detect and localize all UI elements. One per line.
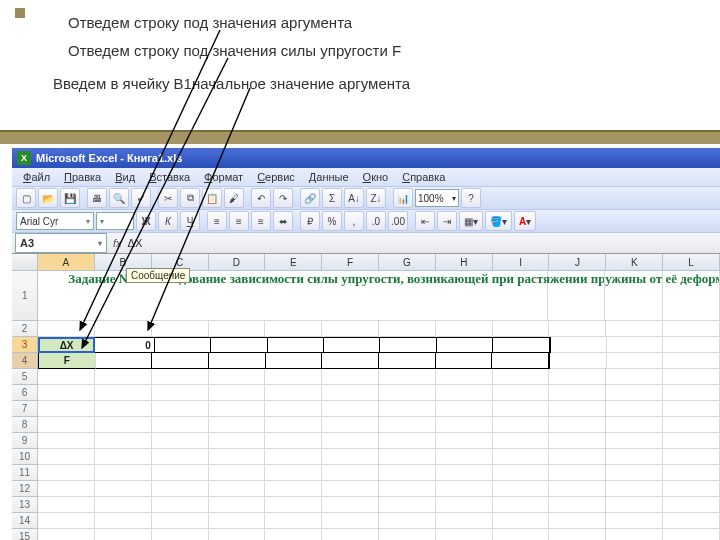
cell[interactable] xyxy=(95,513,152,529)
cell[interactable] xyxy=(152,449,209,465)
italic-button[interactable]: К xyxy=(158,211,178,231)
cell[interactable] xyxy=(209,385,266,401)
cell[interactable] xyxy=(152,465,209,481)
cell[interactable] xyxy=(663,497,720,513)
cell[interactable] xyxy=(95,481,152,497)
cell[interactable] xyxy=(493,449,550,465)
cell[interactable] xyxy=(436,417,493,433)
dec-dec-button[interactable]: .00 xyxy=(388,211,408,231)
menu-edit[interactable]: Правка xyxy=(58,170,107,184)
cell[interactable] xyxy=(152,513,209,529)
rowhdr-5[interactable]: 5 xyxy=(12,369,38,385)
cell-F3[interactable] xyxy=(324,337,380,353)
cell[interactable] xyxy=(38,481,95,497)
cell[interactable] xyxy=(38,417,95,433)
cell[interactable] xyxy=(549,497,606,513)
rowhdr-3[interactable]: 3 xyxy=(12,337,38,353)
rowhdr-8[interactable]: 8 xyxy=(12,417,38,433)
cell[interactable] xyxy=(322,497,379,513)
cell[interactable] xyxy=(265,513,322,529)
cell[interactable] xyxy=(436,481,493,497)
cell[interactable] xyxy=(152,497,209,513)
menubar[interactable]: Файл Правка Вид Вставка Формат Сервис Да… xyxy=(12,168,720,187)
cell[interactable] xyxy=(493,401,550,417)
cell[interactable] xyxy=(436,497,493,513)
cell[interactable] xyxy=(436,529,493,540)
new-button[interactable]: ▢ xyxy=(16,188,36,208)
cell[interactable] xyxy=(322,369,379,385)
cell[interactable] xyxy=(209,417,266,433)
cell[interactable] xyxy=(379,529,436,540)
percent-button[interactable]: % xyxy=(322,211,342,231)
cell[interactable] xyxy=(606,449,663,465)
cell[interactable] xyxy=(265,449,322,465)
cell[interactable] xyxy=(493,385,550,401)
menu-data[interactable]: Данные xyxy=(303,170,355,184)
rowhdr-1[interactable]: 1 xyxy=(12,271,38,321)
align-left-button[interactable]: ≡ xyxy=(207,211,227,231)
cell[interactable] xyxy=(322,385,379,401)
cell[interactable] xyxy=(606,433,663,449)
cell[interactable] xyxy=(322,449,379,465)
cell[interactable] xyxy=(663,417,720,433)
cell[interactable] xyxy=(549,433,606,449)
cell[interactable] xyxy=(95,401,152,417)
cell[interactable] xyxy=(379,481,436,497)
cell[interactable] xyxy=(265,497,322,513)
preview-button[interactable]: 🔍 xyxy=(109,188,129,208)
cell[interactable] xyxy=(549,513,606,529)
cell[interactable] xyxy=(436,465,493,481)
col-G[interactable]: G xyxy=(379,254,436,271)
sum-button[interactable]: Σ xyxy=(322,188,342,208)
print-button[interactable]: 🖶 xyxy=(87,188,107,208)
cell[interactable] xyxy=(265,417,322,433)
cell[interactable] xyxy=(152,481,209,497)
cell[interactable] xyxy=(436,449,493,465)
cell[interactable] xyxy=(322,417,379,433)
rowhdr-13[interactable]: 13 xyxy=(12,497,38,513)
size-combo[interactable] xyxy=(96,212,134,230)
cell[interactable] xyxy=(549,417,606,433)
cell[interactable] xyxy=(152,529,209,540)
indent-inc-button[interactable]: ⇥ xyxy=(437,211,457,231)
cell[interactable] xyxy=(38,369,95,385)
cell[interactable] xyxy=(663,529,720,540)
merge-button[interactable]: ⬌ xyxy=(273,211,293,231)
cell[interactable] xyxy=(549,385,606,401)
cell[interactable] xyxy=(436,385,493,401)
cell[interactable] xyxy=(549,401,606,417)
cell-A3[interactable]: ΔX xyxy=(38,337,95,353)
cell[interactable] xyxy=(379,433,436,449)
rowhdr-6[interactable]: 6 xyxy=(12,385,38,401)
cell[interactable] xyxy=(209,465,266,481)
cell[interactable] xyxy=(663,271,720,321)
cell[interactable] xyxy=(606,513,663,529)
undo-button[interactable]: ↶ xyxy=(251,188,271,208)
sort-asc-button[interactable]: A↓ xyxy=(344,188,364,208)
help-button[interactable]: ? xyxy=(461,188,481,208)
cell[interactable] xyxy=(265,481,322,497)
fill-color-button[interactable]: 🪣▾ xyxy=(485,211,512,231)
cell[interactable] xyxy=(95,529,152,540)
cell-E4[interactable] xyxy=(266,353,323,369)
cell[interactable] xyxy=(265,385,322,401)
menu-tools[interactable]: Сервис xyxy=(251,170,301,184)
comma-button[interactable]: , xyxy=(344,211,364,231)
cell[interactable] xyxy=(38,513,95,529)
currency-button[interactable]: ₽ xyxy=(300,211,320,231)
bold-button[interactable]: Ж xyxy=(136,211,156,231)
col-H[interactable]: H xyxy=(436,254,493,271)
cell[interactable] xyxy=(436,401,493,417)
cell[interactable] xyxy=(379,449,436,465)
borders-button[interactable]: ▦▾ xyxy=(459,211,483,231)
cell[interactable] xyxy=(38,465,95,481)
col-I[interactable]: I xyxy=(493,254,550,271)
cell[interactable] xyxy=(436,513,493,529)
cell[interactable] xyxy=(493,433,550,449)
cell[interactable] xyxy=(606,385,663,401)
font-combo[interactable]: Arial Cyr xyxy=(16,212,94,230)
cell[interactable] xyxy=(379,385,436,401)
cell[interactable] xyxy=(548,271,605,321)
cell[interactable] xyxy=(663,385,720,401)
cell[interactable] xyxy=(493,465,550,481)
